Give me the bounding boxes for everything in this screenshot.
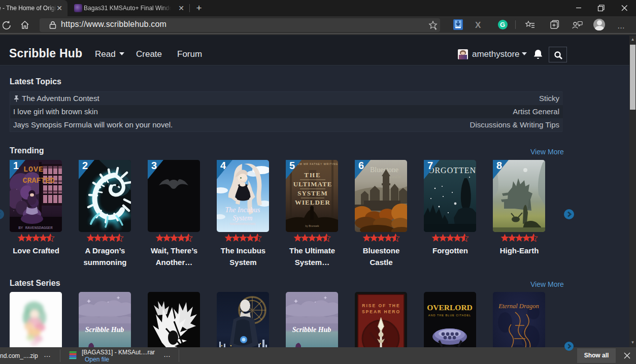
svg-text:Eternal Dragon: Eternal Dragon — [498, 303, 539, 310]
svg-text:Scribble Hub: Scribble Hub — [85, 326, 124, 334]
svg-text:Scribble Hub: Scribble Hub — [292, 326, 331, 334]
svg-text:SPEAR HERO: SPEAR HERO — [362, 309, 400, 314]
svg-text:RISE OF THE: RISE OF THE — [362, 303, 400, 308]
svg-text:AND THE BLUE CITADEL: AND THE BLUE CITADEL — [428, 314, 471, 317]
svg-text:OVERLORD: OVERLORD — [427, 303, 473, 312]
